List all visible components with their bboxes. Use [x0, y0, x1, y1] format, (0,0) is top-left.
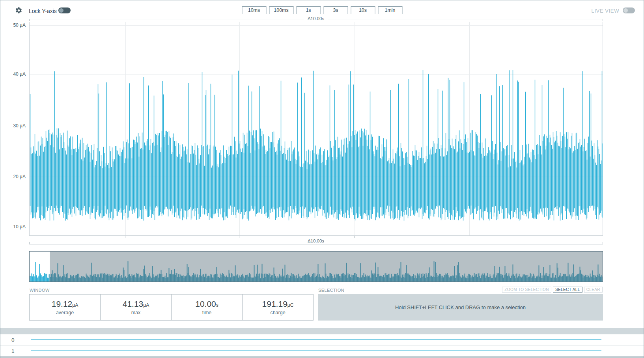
bottom-tick — [469, 236, 469, 238]
stat-average-unit: µA — [72, 302, 78, 308]
stat-charge-value: 191.19µC — [262, 299, 294, 309]
window-section-label: WINDOW — [30, 288, 50, 293]
digital-channel-1-label: 1 — [11, 348, 15, 354]
toggle-knob — [59, 8, 63, 13]
stat-time-value: 10.00s — [195, 299, 218, 309]
clear-selection-button[interactable]: CLEAR — [584, 287, 603, 293]
selection-buttons: ZOOM TO SELECTION SELECT ALL CLEAR — [502, 287, 603, 293]
lock-y-axis-label: Lock Y-axis — [29, 8, 57, 14]
time-button-10s[interactable]: 10s — [351, 6, 375, 14]
time-range-buttons: 10ms 100ms 1s 3s 10s 1min — [242, 6, 402, 14]
selection-section-label: SELECTION — [318, 288, 344, 293]
current-trace-canvas[interactable] — [30, 22, 603, 235]
time-button-3s[interactable]: 3s — [323, 6, 348, 14]
stat-max: 41.13µA max — [100, 295, 171, 320]
select-all-button[interactable]: SELECT ALL — [553, 287, 582, 293]
digital-channel-0-trace — [31, 339, 601, 340]
y-tick-40uA: 40 µA — [1, 71, 26, 77]
top-axis-right-tick — [603, 19, 603, 21]
digital-channel-0-label: 0 — [11, 337, 15, 343]
stat-average-caption: average — [56, 310, 74, 315]
bottom-axis-right-tick — [603, 242, 603, 244]
y-tick-30uA: 30 µA — [1, 123, 26, 129]
stat-charge: 191.19µC charge — [242, 295, 313, 320]
app-window: Lock Y-axis 10ms 100ms 1s 3s 10s 1min LI… — [0, 0, 644, 358]
stat-time-caption: time — [202, 310, 212, 315]
y-tick-50uA: 50 µA — [1, 22, 26, 28]
bottom-tick — [239, 236, 239, 238]
stat-charge-unit: µC — [287, 302, 294, 308]
live-view-label: LIVE VIEW — [592, 8, 619, 14]
y-tick-20uA: 20 µA — [1, 174, 26, 179]
bottom-tick — [354, 236, 355, 238]
stat-charge-caption: charge — [270, 310, 285, 315]
top-axis-left-tick — [29, 19, 30, 21]
stat-max-caption: max — [131, 310, 141, 315]
zoom-to-selection-button[interactable]: ZOOM TO SELECTION — [502, 287, 551, 293]
stat-time: 10.00s time — [171, 295, 242, 320]
settings-gear-icon[interactable] — [15, 7, 22, 14]
window-stats: 19.12µA average 41.13µA max 10.00s time … — [29, 294, 314, 321]
time-button-1s[interactable]: 1s — [296, 6, 321, 14]
lock-y-axis-toggle[interactable] — [58, 7, 71, 13]
digital-channels-panel: 0 1 — [0, 334, 644, 358]
window-duration-label-bottom: Δ10.00s — [304, 239, 328, 243]
digital-channel-row-1[interactable]: 1 — [0, 345, 644, 356]
time-button-1min[interactable]: 1min — [378, 6, 402, 14]
stat-average-value: 19.12µA — [52, 299, 78, 309]
digital-channel-1-trace — [31, 351, 601, 351]
live-view-toggle[interactable] — [623, 7, 635, 13]
minimap-canvas[interactable] — [30, 252, 603, 282]
selection-hint-box[interactable]: Hold SHIFT+LEFT CLICK and DRAG to make a… — [318, 294, 603, 321]
toggle-knob — [623, 8, 628, 13]
bottom-axis-line — [29, 244, 603, 244]
stat-time-unit: s — [216, 302, 218, 308]
stat-max-value: 41.13µA — [123, 299, 149, 309]
stat-average: 19.12µA average — [30, 295, 100, 320]
bottom-axis-left-tick — [29, 242, 30, 244]
panel-divider — [0, 328, 644, 334]
y-tick-10uA: 10 µA — [1, 224, 26, 229]
minimap-overview[interactable] — [29, 251, 603, 282]
time-button-100ms[interactable]: 100ms — [269, 6, 293, 14]
main-current-chart[interactable] — [29, 22, 603, 236]
selection-hint-text: Hold SHIFT+LEFT CLICK and DRAG to make a… — [395, 304, 526, 310]
bottom-tick — [125, 236, 125, 238]
window-duration-label-top: Δ10.00s — [304, 16, 328, 21]
digital-channel-row-0[interactable]: 0 — [0, 334, 644, 345]
time-button-10ms[interactable]: 10ms — [242, 6, 266, 14]
stat-max-unit: µA — [143, 302, 149, 308]
